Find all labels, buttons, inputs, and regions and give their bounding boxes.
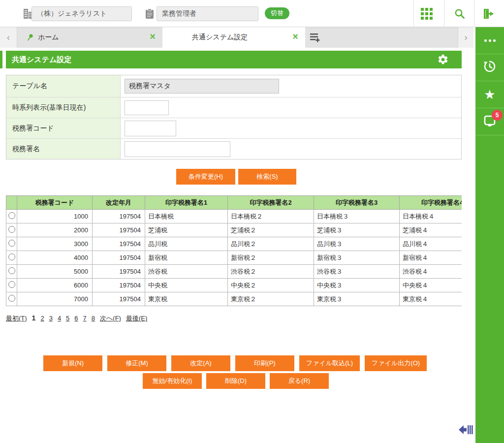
row-select-radio[interactable]: [8, 253, 15, 260]
cell-print-name-1: 日本橋税: [145, 210, 228, 223]
table-row: 3000 197504 品川税 品川税２ 品川税３ 品川税４: [6, 237, 462, 251]
logout-icon[interactable]: [482, 7, 495, 20]
table-row: 1000 197504 日本橋税 日本橋税２ 日本橋税３ 日本橋税４: [6, 210, 462, 223]
cell-print-name-2: 品川税２: [228, 237, 314, 251]
page-number-link[interactable]: 2: [40, 315, 44, 322]
table-header-row: 税務署コード 改定年月 印字税務署名1 印字税務署名2 印字税務署名3 印字税務…: [6, 196, 462, 210]
notifications-button[interactable]: 5: [475, 108, 504, 135]
left-edge-accent: [0, 51, 2, 68]
page-number-link[interactable]: 4: [58, 315, 61, 322]
page-number-link[interactable]: 7: [83, 315, 87, 322]
cell-print-name-2: 中央税２: [228, 279, 314, 292]
tab-scroll-right-button[interactable]: ›: [458, 27, 473, 48]
cell-print-name-1: 芝浦税: [145, 223, 228, 237]
table-row: 7000 197504 東京税 東京税２ 東京税３ 東京税４: [6, 292, 462, 306]
action-button[interactable]: 無効/有効化(I): [143, 373, 202, 389]
column-header: 印字税務署名2: [228, 196, 314, 210]
row-select-radio[interactable]: [8, 281, 15, 288]
gear-icon[interactable]: [437, 54, 449, 65]
pin-icon: [26, 33, 34, 41]
cell-print-name-4: 品川税４: [400, 237, 462, 251]
search-button[interactable]: 検索(S): [238, 169, 296, 185]
page-next-link[interactable]: 次へ(F): [100, 314, 121, 323]
cell-print-name-3: 新宿税３: [314, 251, 400, 265]
cell-revision-ym: 197504: [93, 223, 145, 237]
action-button[interactable]: 改定(A): [171, 355, 230, 371]
close-icon[interactable]: ×: [150, 32, 156, 41]
top-bar: 切替: [0, 0, 504, 27]
action-button[interactable]: ファイル取込(L): [299, 355, 360, 371]
cell-office-code: 3000: [17, 237, 93, 251]
apps-grid-icon[interactable]: [420, 7, 433, 20]
row-select-radio[interactable]: [8, 212, 15, 219]
tab-home[interactable]: ホーム ×: [17, 27, 162, 48]
office-code-label: 税務署コード: [6, 118, 121, 138]
row-select-radio[interactable]: [8, 267, 15, 274]
cell-print-name-3: 品川税３: [314, 237, 400, 251]
close-icon[interactable]: ×: [292, 32, 298, 41]
table-name-field: [125, 79, 279, 94]
action-button[interactable]: 削除(D): [206, 373, 265, 389]
action-button[interactable]: 新規(N): [43, 355, 102, 371]
action-button[interactable]: 修正(M): [107, 355, 166, 371]
action-button[interactable]: ファイル出力(O): [365, 355, 427, 371]
cell-print-name-4: 中央税４: [400, 279, 462, 292]
row-select-radio[interactable]: [8, 295, 15, 302]
action-button[interactable]: 印刷(P): [235, 355, 294, 371]
office-name-input[interactable]: [125, 141, 230, 157]
action-button[interactable]: 戻る(R): [270, 373, 329, 389]
cell-office-code: 7000: [17, 292, 93, 306]
form-row-office-name: 税務署名: [6, 138, 461, 159]
page-first-link[interactable]: 最初(T): [6, 314, 27, 323]
table-row: 2000 197504 芝浦税 芝浦税２ 芝浦税３ 芝浦税４: [6, 223, 462, 237]
select-column-header: [6, 196, 17, 210]
timeseries-input[interactable]: [125, 100, 169, 115]
divider: [474, 0, 474, 27]
tab-scroll-left-button[interactable]: ‹: [0, 27, 17, 48]
table-row: 4000 197504 新宿税 新宿税２ 新宿税３ 新宿税４: [6, 251, 462, 265]
action-button-row-2: 無効/有効化(I)削除(D)戻る(R): [143, 373, 329, 389]
history-button[interactable]: [475, 54, 504, 81]
add-tab-icon[interactable]: [309, 32, 322, 43]
side-toolbar: ★ 5: [475, 27, 504, 443]
tab-settings[interactable]: 共通システム設定 ×: [162, 27, 305, 48]
cell-print-name-1: 渋谷税: [145, 265, 228, 279]
page-number-link[interactable]: 5: [66, 315, 69, 322]
page-title: 共通システム設定: [12, 55, 71, 64]
company-input[interactable]: [32, 6, 132, 21]
table-row: 5000 197504 渋谷税 渋谷税２ 渋谷税３ 渋谷税４: [6, 265, 462, 279]
form-row-office-code: 税務署コード: [6, 118, 461, 138]
cell-print-name-4: 東京税４: [400, 292, 462, 306]
more-menu-button[interactable]: [475, 27, 504, 54]
cell-print-name-3: 東京税３: [314, 292, 400, 306]
table-row: 6000 197504 中央税 中央税２ 中央税３ 中央税４: [6, 279, 462, 292]
cell-office-code: 5000: [17, 265, 93, 279]
office-name-label: 税務署名: [6, 139, 121, 159]
change-condition-button[interactable]: 条件変更(H): [176, 169, 235, 185]
cell-print-name-1: 品川税: [145, 237, 228, 251]
favorites-button[interactable]: ★: [475, 81, 504, 108]
cell-print-name-1: 新宿税: [145, 251, 228, 265]
tab-home-label: ホーム: [38, 33, 59, 42]
cell-print-name-3: 芝浦税３: [314, 223, 400, 237]
collapse-left-arrow-icon[interactable]: [459, 424, 473, 436]
row-select-radio[interactable]: [8, 226, 15, 233]
cell-print-name-3: 渋谷税３: [314, 265, 400, 279]
role-input[interactable]: [157, 6, 258, 21]
cell-print-name-4: 芝浦税４: [400, 223, 462, 237]
cell-office-code: 6000: [17, 279, 93, 292]
cell-office-code: 2000: [17, 223, 93, 237]
page-number-link[interactable]: 3: [49, 315, 53, 322]
notification-badge: 5: [492, 110, 503, 121]
cell-print-name-2: 日本橋税２: [228, 210, 314, 223]
search-icon[interactable]: [453, 7, 466, 20]
action-button-row-1: 新規(N)修正(M)改定(A)印刷(P)ファイル取込(L)ファイル出力(O): [43, 355, 427, 371]
cell-office-code: 4000: [17, 251, 93, 265]
page-last-link[interactable]: 最後(E): [126, 314, 147, 323]
page-number-link[interactable]: 6: [74, 315, 78, 322]
switch-button[interactable]: 切替: [265, 7, 289, 19]
row-select-radio[interactable]: [8, 240, 15, 247]
result-table: 税務署コード 改定年月 印字税務署名1 印字税務署名2 印字税務署名3 印字税務…: [6, 195, 462, 306]
office-code-input[interactable]: [125, 121, 176, 136]
page-number-link[interactable]: 8: [92, 315, 95, 322]
